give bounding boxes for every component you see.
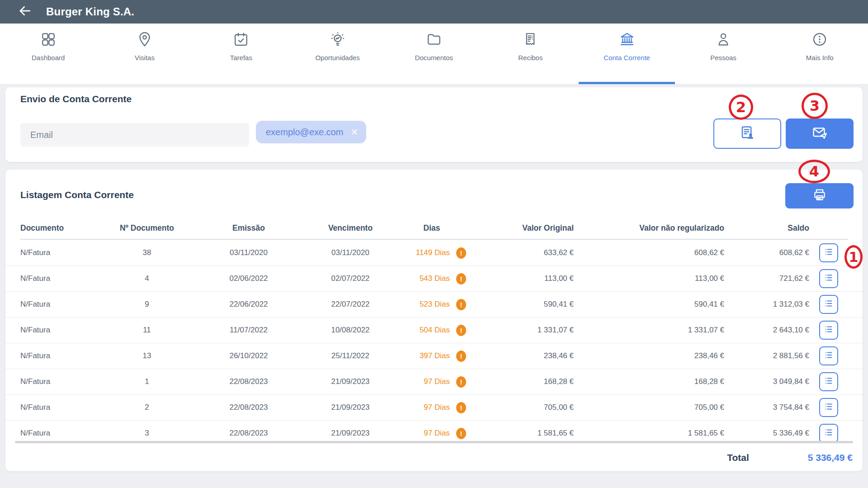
table-row-clipped: N/Fatura 3 22/08/2023 21/09/2023 97 Dias… — [5, 421, 863, 441]
dashboard-icon — [40, 31, 57, 49]
col-header-documento: Documento — [20, 223, 104, 233]
cell-vencimento: 10/08/2022 — [307, 326, 393, 335]
cell-documento: N/Fatura — [20, 351, 104, 360]
cell-emissao: 11/07/2022 — [190, 326, 307, 335]
overdue-warning-icon: ! — [456, 402, 466, 413]
cell-dias: 523 Dias! — [393, 299, 470, 310]
cell-saldo: 3 754,84 € — [724, 403, 809, 412]
tab-mais-info[interactable]: Mais Info — [772, 24, 868, 84]
back-arrow-icon — [18, 4, 32, 20]
cell-valor-nao-regularizado: 238,46 € — [574, 351, 724, 360]
person-icon — [715, 31, 731, 49]
cell-num: 9 — [104, 300, 190, 309]
cell-valor-original: 633,62 € — [470, 248, 574, 257]
send-mail-icon — [811, 124, 828, 143]
tab-label: Tarefas — [230, 54, 252, 62]
account-listing-card: Listagem Conta Corrente Documento Nº Doc… — [5, 170, 863, 471]
col-header-num-documento: Nº Documento — [104, 223, 190, 233]
overdue-warning-icon: ! — [456, 247, 466, 259]
tab-tarefas[interactable]: Tarefas — [193, 24, 289, 84]
back-button[interactable] — [17, 4, 33, 19]
table-row: N/Fatura 9 22/06/2022 22/07/2022 523 Dia… — [5, 292, 863, 317]
row-detail-button[interactable] — [819, 269, 838, 288]
cell-documento: N/Fatura — [20, 248, 104, 257]
annotation-circle-2: 2 — [729, 95, 753, 120]
annotation-circle-4: 4 — [798, 160, 830, 183]
calendar-check-icon — [233, 31, 249, 49]
cell-saldo: 2 881,56 € — [724, 351, 809, 360]
cell-documento: N/Fatura — [20, 429, 104, 438]
total-value: 5 336,49 € — [808, 452, 853, 463]
cell-dias: 1149 Dias! — [393, 247, 470, 259]
cell-num: 11 — [104, 326, 190, 335]
tab-label: Oportunidades — [315, 54, 359, 62]
table-scroll-area[interactable]: N/Fatura 38 03/11/2020 03/11/2020 1149 D… — [5, 240, 863, 441]
cell-saldo: 5 336,49 € — [724, 429, 809, 438]
row-detail-button[interactable] — [819, 398, 838, 417]
table-bottom-scrollbar[interactable] — [15, 441, 853, 443]
cell-num: 4 — [104, 274, 190, 283]
app-screen: Burger King S.A. Dashboard Visitas Taref… — [0, 0, 868, 488]
tab-label: Mais Info — [806, 54, 834, 62]
row-detail-button[interactable] — [819, 321, 838, 340]
top-bar: Burger King S.A. — [0, 0, 868, 24]
cell-emissao: 22/08/2023 — [190, 377, 307, 386]
send-email-button[interactable] — [786, 118, 854, 149]
row-detail-button[interactable] — [819, 372, 838, 391]
total-label: Total — [727, 452, 749, 463]
col-header-valor-original: Valor Original — [470, 223, 574, 233]
email-chip: exemplo@exe.com ✕ — [256, 121, 366, 143]
cell-valor-nao-regularizado: 168,28 € — [574, 377, 724, 386]
email-chip-text: exemplo@exe.com — [266, 127, 343, 137]
total-row: Total 5 336,49 € — [5, 446, 863, 469]
tab-pessoas[interactable]: Pessoas — [675, 24, 771, 84]
tab-label: Recibos — [518, 54, 542, 62]
row-detail-button[interactable] — [819, 295, 838, 314]
tab-label: Documentos — [415, 54, 453, 62]
cell-vencimento: 21/09/2023 — [307, 377, 393, 386]
list-icon — [823, 350, 834, 363]
row-detail-button[interactable] — [819, 424, 838, 441]
cell-valor-original: 238,46 € — [470, 351, 574, 360]
row-detail-button[interactable] — [819, 243, 838, 262]
tab-documentos[interactable]: Documentos — [386, 24, 482, 84]
tab-dashboard[interactable]: Dashboard — [0, 24, 96, 84]
tab-visitas[interactable]: Visitas — [96, 24, 193, 84]
tab-conta-corrente[interactable]: Conta Corrente — [579, 24, 675, 84]
list-icon — [823, 375, 834, 389]
chip-close-icon[interactable]: ✕ — [350, 128, 358, 137]
list-icon — [823, 298, 834, 311]
cell-valor-nao-regularizado: 705,00 € — [574, 403, 724, 412]
cell-dias: 504 Dias! — [393, 325, 470, 336]
listing-section-title: Listagem Conta Corrente — [20, 190, 134, 200]
list-icon — [823, 427, 834, 440]
cell-emissao: 26/10/2022 — [190, 351, 307, 360]
printer-icon — [812, 187, 827, 204]
tab-bar: Dashboard Visitas Tarefas Oportunidades … — [0, 24, 868, 85]
cell-saldo: 3 049,84 € — [724, 377, 809, 386]
print-button[interactable] — [785, 183, 854, 208]
more-info-icon — [811, 31, 828, 49]
account-report-button[interactable] — [713, 118, 781, 149]
cell-num: 13 — [104, 351, 190, 360]
cell-saldo: 1 312,03 € — [724, 300, 809, 309]
overdue-warning-icon: ! — [456, 428, 466, 439]
list-icon — [823, 246, 834, 260]
cell-vencimento: 21/09/2023 — [307, 429, 393, 438]
table-row: N/Fatura 4 02/06/2022 02/07/2022 543 Dia… — [5, 266, 863, 292]
tab-recibos[interactable]: Recibos — [482, 24, 579, 84]
email-field[interactable] — [20, 123, 249, 147]
tab-oportunidades[interactable]: Oportunidades — [289, 24, 386, 84]
cell-num: 2 — [104, 403, 190, 412]
table-row: N/Fatura 2 22/08/2023 21/09/2023 97 Dias… — [5, 395, 863, 421]
row-detail-button[interactable] — [819, 346, 838, 365]
overdue-warning-icon: ! — [456, 351, 466, 362]
cell-documento: N/Fatura — [20, 326, 104, 335]
cell-valor-original: 705,00 € — [470, 403, 574, 412]
cell-dias: 397 Dias! — [393, 351, 470, 362]
cell-valor-original: 1 331,07 € — [470, 326, 574, 335]
list-icon — [823, 401, 834, 414]
col-header-saldo: Saldo — [724, 223, 809, 233]
cell-dias: 543 Dias! — [393, 273, 470, 284]
annotation-circle-1: 1 — [844, 245, 863, 269]
